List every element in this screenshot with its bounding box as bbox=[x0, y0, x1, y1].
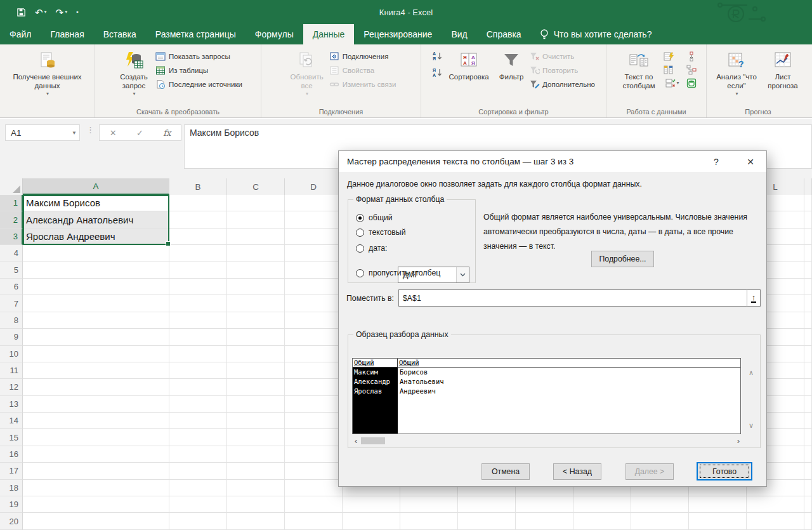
cell-partial-8[interactable] bbox=[804, 312, 812, 329]
cell-partial-15[interactable] bbox=[804, 429, 812, 446]
filter-button[interactable]: Фильтр bbox=[495, 48, 528, 83]
cell-B7[interactable] bbox=[169, 295, 227, 312]
cell-D3[interactable] bbox=[285, 229, 343, 245]
tab-review[interactable]: Рецензирование bbox=[354, 24, 442, 44]
consolidate-icon[interactable] bbox=[686, 51, 697, 62]
cell-B9[interactable] bbox=[169, 329, 227, 345]
connections-button[interactable]: Подключения bbox=[329, 51, 396, 62]
cell-A18[interactable] bbox=[23, 480, 169, 496]
cell-B6[interactable] bbox=[169, 279, 227, 295]
text-to-columns-button[interactable]: Текст по столбцам bbox=[616, 48, 662, 93]
relationships-icon[interactable] bbox=[686, 64, 697, 75]
cell-F20[interactable] bbox=[400, 513, 458, 529]
select-all-corner[interactable] bbox=[0, 178, 23, 195]
preview-cell-col1[interactable]: Александр bbox=[353, 377, 398, 387]
row-header-17[interactable]: 17 bbox=[0, 463, 23, 479]
cell-C3[interactable] bbox=[227, 229, 285, 245]
cell-K19[interactable] bbox=[689, 496, 747, 513]
refresh-all-button[interactable]: Обновить все ▾ bbox=[286, 48, 328, 99]
cell-A13[interactable] bbox=[23, 396, 169, 413]
cell-A5[interactable] bbox=[23, 262, 169, 279]
tab-page-layout[interactable]: Разметка страницы bbox=[146, 24, 246, 44]
cell-E19[interactable] bbox=[343, 496, 400, 513]
data-model-icon[interactable] bbox=[686, 77, 697, 88]
cell-J19[interactable] bbox=[631, 496, 689, 513]
cell-D2[interactable] bbox=[285, 211, 343, 228]
reapply-filter-button[interactable]: Повторить bbox=[529, 65, 595, 76]
cell-B19[interactable] bbox=[169, 496, 227, 513]
column-header-C[interactable]: C bbox=[227, 178, 285, 195]
cell-D4[interactable] bbox=[285, 245, 343, 262]
formula-bar-splitter[interactable]: ⋮ bbox=[86, 125, 95, 135]
cancel-entry-icon[interactable]: ✕ bbox=[110, 128, 117, 138]
cell-partial-13[interactable] bbox=[804, 396, 812, 413]
more-details-button[interactable]: Подробнее... bbox=[591, 251, 654, 267]
cell-A11[interactable] bbox=[23, 362, 169, 379]
cell-D11[interactable] bbox=[285, 362, 343, 379]
sort-button[interactable]: ЯААЯ Сортировка bbox=[444, 48, 494, 83]
row-header-11[interactable]: 11 bbox=[0, 362, 23, 379]
cell-B2[interactable] bbox=[169, 211, 227, 228]
cell-partial-4[interactable] bbox=[804, 245, 812, 262]
cell-H19[interactable] bbox=[516, 496, 573, 513]
cell-C17[interactable] bbox=[227, 463, 285, 479]
row-header-5[interactable]: 5 bbox=[0, 262, 23, 279]
back-button[interactable]: < Назад bbox=[553, 463, 601, 480]
next-button[interactable]: Далее > bbox=[625, 463, 674, 480]
cell-partial-12[interactable] bbox=[804, 379, 812, 395]
cell-B4[interactable] bbox=[169, 245, 227, 262]
cell-B10[interactable] bbox=[169, 346, 227, 362]
radio-text-circle[interactable] bbox=[356, 229, 364, 237]
cell-C20[interactable] bbox=[227, 513, 285, 529]
cell-A9[interactable] bbox=[23, 329, 169, 345]
cell-A17[interactable] bbox=[23, 463, 169, 479]
save-icon[interactable] bbox=[16, 8, 26, 17]
cell-D9[interactable] bbox=[285, 329, 343, 345]
cell-A20[interactable] bbox=[23, 513, 169, 529]
cell-I20[interactable] bbox=[573, 513, 631, 529]
cell-D13[interactable] bbox=[285, 396, 343, 413]
tell-me-box[interactable]: Что вы хотите сделать? bbox=[531, 24, 661, 44]
scroll-right-icon[interactable]: › bbox=[737, 436, 740, 446]
cell-partial-18[interactable] bbox=[804, 480, 812, 496]
cell-D19[interactable] bbox=[285, 496, 343, 513]
radio-skip-column[interactable]: пропустить столбец bbox=[356, 268, 440, 277]
tab-home[interactable]: Главная bbox=[41, 24, 93, 44]
cell-D1[interactable] bbox=[285, 195, 343, 211]
cell-C10[interactable] bbox=[227, 346, 285, 362]
cell-C8[interactable] bbox=[227, 312, 285, 329]
tab-formulas[interactable]: Формулы bbox=[246, 24, 303, 44]
cell-B15[interactable] bbox=[169, 429, 227, 446]
row-header-19[interactable]: 19 bbox=[0, 496, 23, 513]
cell-D15[interactable] bbox=[285, 429, 343, 446]
tab-data[interactable]: Данные bbox=[303, 24, 355, 44]
cell-partial-5[interactable] bbox=[804, 262, 812, 279]
cell-J20[interactable] bbox=[631, 513, 689, 529]
cell-partial-10[interactable] bbox=[804, 346, 812, 362]
cell-partial-9[interactable] bbox=[804, 329, 812, 345]
cell-C4[interactable] bbox=[227, 245, 285, 262]
scroll-left-icon[interactable]: ‹ bbox=[352, 436, 360, 446]
customize-qat-icon[interactable]: ⹀ bbox=[76, 9, 78, 15]
cell-C11[interactable] bbox=[227, 362, 285, 379]
cell-L19[interactable] bbox=[747, 496, 804, 513]
cell-B16[interactable] bbox=[169, 446, 227, 463]
cell-H20[interactable] bbox=[516, 513, 573, 529]
cell-A12[interactable] bbox=[23, 379, 169, 395]
cell-partial-11[interactable] bbox=[804, 362, 812, 379]
cell-A15[interactable] bbox=[23, 429, 169, 446]
cell-L20[interactable] bbox=[747, 513, 804, 529]
row-header-15[interactable]: 15 bbox=[0, 429, 23, 446]
radio-general[interactable]: общий bbox=[356, 213, 393, 222]
get-external-data-button[interactable]: Получение внешних данных ▾ bbox=[7, 48, 88, 99]
cell-C1[interactable] bbox=[227, 195, 285, 211]
cell-C6[interactable] bbox=[227, 279, 285, 295]
cell-partial-16[interactable] bbox=[804, 446, 812, 463]
preview-scroll-up-icon[interactable]: ∧ bbox=[749, 369, 754, 377]
from-table-button[interactable]: Из таблицы bbox=[155, 65, 242, 76]
cell-D6[interactable] bbox=[285, 279, 343, 295]
row-header-16[interactable]: 16 bbox=[0, 446, 23, 463]
cell-C19[interactable] bbox=[227, 496, 285, 513]
row-header-9[interactable]: 9 bbox=[0, 329, 23, 345]
undo-button[interactable]: ↶▾ bbox=[35, 8, 47, 17]
